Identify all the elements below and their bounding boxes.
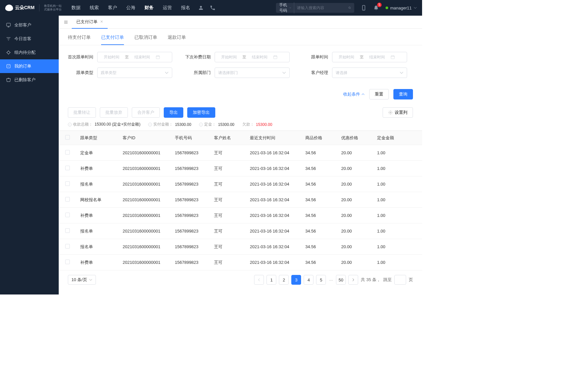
row-checkbox[interactable]: [65, 244, 70, 249]
brand-sub2: 式服务云平台: [44, 8, 62, 11]
date-end-input[interactable]: [248, 55, 271, 59]
search-input[interactable]: [297, 6, 346, 10]
filter-label: 首次跟单时间: [68, 54, 93, 60]
date-range-input[interactable]: 至: [332, 52, 407, 62]
columns-button[interactable]: 设置列: [383, 107, 413, 118]
reset-button[interactable]: 重置: [369, 89, 389, 99]
date-start-input[interactable]: [100, 55, 123, 59]
summary-owed: 欠款： 15300.00: [242, 122, 272, 127]
nav-item-6[interactable]: 报名: [181, 5, 190, 11]
cell-phone: 1567899823: [172, 213, 211, 218]
sidebar-item-4[interactable]: 已删除客户: [0, 73, 59, 87]
cell-id: 2021031600000001: [119, 197, 172, 202]
filter-跟单时间: 跟单时间至: [303, 52, 407, 62]
cell-price: 34.56: [302, 244, 338, 249]
page-5[interactable]: 5: [316, 275, 326, 285]
search-box[interactable]: 手机号码: [276, 3, 354, 13]
mobile-icon[interactable]: [361, 5, 367, 11]
nav-item-4[interactable]: 财务: [145, 5, 154, 11]
jump-input[interactable]: [394, 275, 406, 285]
calendar-icon: [390, 55, 395, 59]
table-row[interactable]: 报名单20210316000000011567899823王可2021-03-1…: [59, 176, 422, 192]
cell-name: 王可: [211, 166, 247, 172]
page-1[interactable]: 1: [266, 275, 276, 285]
svg-rect-8: [391, 56, 395, 59]
select-input[interactable]: 跟单类型: [97, 68, 172, 78]
table-row[interactable]: 补费单20210316000000011567899823王可2021-03-1…: [59, 255, 422, 270]
table-row[interactable]: 报名单20210316000000011567899823王可2021-03-1…: [59, 239, 422, 255]
row-checkbox[interactable]: [65, 166, 70, 170]
sub-tab-3[interactable]: 退款订单: [168, 35, 186, 45]
bulk-transfer-button[interactable]: 批量转让: [68, 107, 96, 118]
encrypt-export-button[interactable]: 加密导出: [187, 107, 215, 118]
nav-item-2[interactable]: 客户: [108, 5, 117, 11]
merge-customer-button[interactable]: 合并客户: [132, 107, 160, 118]
username: manager11: [390, 6, 412, 10]
date-end-input[interactable]: [131, 55, 154, 59]
cell-name: 王可: [211, 197, 247, 203]
user-menu[interactable]: manager11: [386, 6, 417, 10]
next-page[interactable]: [348, 275, 358, 285]
search-type-select[interactable]: 手机号码: [279, 2, 294, 13]
table-row[interactable]: 补费单20210316000000011567899823王可2021-03-1…: [59, 208, 422, 223]
sidebar-toggle[interactable]: [62, 18, 70, 26]
page-last[interactable]: 50: [336, 275, 346, 285]
cell-id: 2021031600000001: [119, 244, 172, 249]
sidebar-item-0[interactable]: 全部客户: [0, 18, 59, 32]
page-2[interactable]: 2: [279, 275, 289, 285]
close-icon[interactable]: ✕: [100, 20, 103, 24]
phone-icon[interactable]: [210, 5, 216, 11]
row-checkbox[interactable]: [65, 260, 70, 264]
cell-phone: 1567899823: [172, 150, 211, 155]
total-label: 共 35 条，: [361, 277, 381, 283]
table-row[interactable]: 报名单20210316000000011567899823王可2021-03-1…: [59, 223, 422, 239]
nav-item-5[interactable]: 运营: [163, 5, 172, 11]
sidebar-item-3[interactable]: 我的订单: [0, 59, 59, 73]
sub-tab-0[interactable]: 待支付订单: [68, 35, 91, 45]
date-range-input[interactable]: 至: [215, 52, 290, 62]
cell-type: 网校报名单: [77, 197, 119, 203]
table-row[interactable]: 补费单20210316000000011567899823王可2021-03-1…: [59, 161, 422, 176]
page-tab-paid-orders[interactable]: 已支付订单 ✕: [72, 16, 108, 29]
date-start-input[interactable]: [218, 55, 240, 59]
cell-name: 王可: [211, 181, 247, 187]
date-range-input[interactable]: 至: [97, 52, 172, 62]
cell-time: 2021-03-16 16:32:04: [247, 260, 302, 265]
date-end-input[interactable]: [366, 55, 388, 59]
nav-item-1[interactable]: 线索: [90, 5, 99, 11]
prev-page[interactable]: [254, 275, 264, 285]
select-input[interactable]: 请选择: [332, 68, 407, 78]
query-button[interactable]: 查询: [393, 89, 413, 99]
row-checkbox[interactable]: [65, 213, 70, 217]
user-icon[interactable]: [198, 5, 204, 11]
notifications[interactable]: 5: [373, 5, 379, 11]
select-input[interactable]: 请选择部门: [215, 68, 290, 78]
row-checkbox[interactable]: [65, 181, 70, 186]
gear-icon: [388, 110, 393, 115]
sub-tab-1[interactable]: 已支付订单: [101, 35, 124, 45]
search-icon[interactable]: [348, 6, 351, 10]
page-size-select[interactable]: 10 条/页: [68, 275, 96, 285]
export-button[interactable]: 导出: [164, 107, 183, 118]
nav-item-0[interactable]: 数据: [71, 5, 81, 11]
bulk-abandon-button[interactable]: 批量放弃: [100, 107, 128, 118]
table-row[interactable]: 网校报名单20210316000000011567899823王可2021-03…: [59, 192, 422, 208]
page-4[interactable]: 4: [304, 275, 313, 285]
sub-tab-2[interactable]: 已取消订单: [134, 35, 157, 45]
sidebar-item-1[interactable]: 今日首客: [0, 32, 59, 46]
row-checkbox[interactable]: [65, 228, 70, 233]
collapse-filters[interactable]: 收起条件: [343, 91, 365, 97]
page-3[interactable]: 3: [291, 275, 301, 285]
cell-time: 2021-03-16 16:32:04: [247, 229, 302, 234]
cell-discount: 20.00: [338, 260, 374, 265]
row-checkbox[interactable]: [65, 197, 70, 202]
cell-time: 2021-03-16 16:32:04: [247, 213, 302, 218]
cell-type: 报名单: [77, 181, 119, 187]
sidebar-item-2[interactable]: 组内待分配: [0, 46, 59, 59]
cell-deposit: 1.00: [374, 213, 406, 218]
date-start-input[interactable]: [335, 55, 358, 59]
table-row[interactable]: 定金单20210316000000011567899823王可2021-03-1…: [59, 145, 422, 161]
row-checkbox[interactable]: [65, 150, 70, 155]
select-all-checkbox[interactable]: [65, 135, 70, 140]
nav-item-3[interactable]: 公海: [126, 5, 135, 11]
